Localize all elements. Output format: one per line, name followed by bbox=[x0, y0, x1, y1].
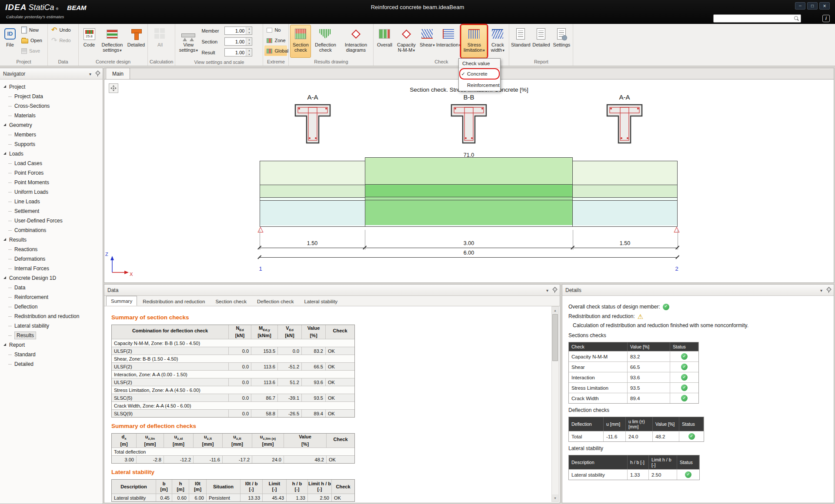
navigator-item[interactable]: Results bbox=[3, 235, 103, 245]
extreme-no-button[interactable]: No bbox=[264, 25, 287, 35]
navigator-item[interactable]: Data bbox=[3, 283, 103, 292]
interaction-check-button[interactable]: Interaction bbox=[436, 25, 461, 58]
scroll-up-icon[interactable] bbox=[552, 307, 558, 314]
minimize-button[interactable] bbox=[795, 2, 805, 10]
spin-down-icon[interactable] bbox=[246, 53, 252, 56]
navigator-item-label: Results bbox=[14, 332, 36, 339]
navigator-item[interactable]: Internal Forces bbox=[3, 264, 103, 273]
view-settings-button[interactable]: View settings bbox=[177, 25, 200, 58]
overall-check-button[interactable]: Overall bbox=[375, 25, 394, 58]
close-button[interactable] bbox=[819, 2, 830, 10]
pin-icon[interactable] bbox=[826, 287, 831, 293]
navigator-item[interactable]: Cross-Sections bbox=[3, 101, 103, 111]
navigator-item[interactable]: Redistribution and reduction bbox=[3, 312, 103, 321]
navigator-item[interactable]: Standard bbox=[3, 350, 103, 359]
calculate-all-button[interactable]: All bbox=[149, 25, 171, 58]
navigator-item[interactable]: Deformations bbox=[3, 254, 103, 264]
navigator-item[interactable]: Supports bbox=[3, 139, 103, 149]
pin-icon[interactable] bbox=[95, 71, 100, 76]
navigator-item[interactable]: Geometry bbox=[3, 120, 103, 130]
menu-item-concrete[interactable]: Concrete bbox=[459, 68, 500, 80]
navigator-item[interactable]: User-Defined Forces bbox=[3, 216, 103, 225]
detailed-button[interactable]: Detailed bbox=[126, 25, 146, 58]
undo-button[interactable]: Undo bbox=[49, 25, 77, 35]
navigator-item[interactable]: Lateral stability bbox=[3, 321, 103, 331]
capacity-check-button[interactable]: Capacity N-M-M bbox=[394, 25, 418, 58]
tree-expander-icon[interactable] bbox=[3, 123, 6, 126]
report-standard-button[interactable]: Standard bbox=[511, 25, 531, 58]
data-scrollbar[interactable] bbox=[551, 306, 559, 502]
search-input[interactable] bbox=[714, 15, 794, 22]
shear-check-button[interactable]: Shear bbox=[418, 25, 436, 58]
extreme-zone-button[interactable]: Zone bbox=[264, 35, 287, 46]
redo-button[interactable]: Redo bbox=[49, 35, 77, 46]
spin-up-icon[interactable] bbox=[246, 27, 252, 31]
navigator-item[interactable]: Loads bbox=[3, 149, 103, 159]
tree-expander-icon[interactable] bbox=[3, 276, 6, 279]
crack-width-button[interactable]: Crack width bbox=[488, 25, 508, 58]
navigator-item[interactable]: Materials bbox=[3, 111, 103, 120]
chevron-down-icon[interactable] bbox=[546, 287, 552, 293]
navigator-item[interactable]: Combinations bbox=[3, 225, 103, 235]
new-button[interactable]: New bbox=[19, 25, 46, 35]
scroll-down-icon[interactable] bbox=[552, 494, 558, 501]
navigator-item[interactable]: Project Data bbox=[3, 92, 103, 101]
member-scale-input[interactable] bbox=[225, 27, 246, 34]
data-tab[interactable]: Redistribution and reduction bbox=[138, 297, 210, 306]
section-scale-input[interactable] bbox=[225, 38, 246, 45]
tree-expander-icon[interactable] bbox=[3, 85, 6, 88]
section-check-button[interactable]: Section check bbox=[290, 25, 311, 58]
deflection-check-button[interactable]: Deflection check bbox=[311, 25, 339, 58]
navigator-item[interactable]: Deflection bbox=[3, 302, 103, 312]
navigator-item[interactable]: Project bbox=[3, 82, 103, 92]
data-tab[interactable]: Deflection check bbox=[252, 297, 298, 306]
navigator-item[interactable]: Settlement bbox=[3, 206, 103, 216]
spin-up-icon[interactable] bbox=[246, 49, 252, 53]
navigator-item[interactable]: Point Forces bbox=[3, 168, 103, 178]
report-settings-button[interactable]: Settings bbox=[551, 25, 571, 58]
stress-limitation-button[interactable]: Stress limitation bbox=[461, 25, 487, 58]
spin-down-icon[interactable] bbox=[246, 31, 252, 35]
tree-expander-icon[interactable] bbox=[3, 238, 6, 241]
data-tab[interactable]: Summary bbox=[106, 296, 137, 306]
navigator-item-label: Cross-Sections bbox=[14, 103, 50, 109]
info-icon[interactable] bbox=[822, 15, 830, 22]
navigator-item[interactable]: Members bbox=[3, 130, 103, 139]
search-icon[interactable] bbox=[794, 16, 799, 21]
navigator-item[interactable]: Line Loads bbox=[3, 197, 103, 206]
navigator-item[interactable]: Reinforcement bbox=[3, 292, 103, 302]
navigator-item[interactable]: Reactions bbox=[3, 245, 103, 254]
tree-expander-icon[interactable] bbox=[3, 152, 6, 155]
spin-up-icon[interactable] bbox=[246, 38, 252, 42]
navigator-item[interactable]: Results bbox=[3, 331, 103, 340]
maximize-button[interactable] bbox=[807, 2, 818, 10]
tree-expander-icon[interactable] bbox=[3, 343, 6, 346]
beam-canvas[interactable]: Section check. Stress limitation. Concre… bbox=[104, 80, 834, 283]
tab-main[interactable]: Main bbox=[106, 68, 130, 79]
extreme-global-button[interactable]: Global bbox=[264, 46, 287, 56]
code-button[interactable]: Code bbox=[80, 25, 98, 58]
open-button[interactable]: Open bbox=[19, 35, 46, 46]
scrollbar-thumb[interactable] bbox=[552, 314, 558, 361]
navigator-item[interactable]: Load Cases bbox=[3, 159, 103, 168]
interaction-diagrams-button[interactable]: Interaction diagrams bbox=[340, 25, 372, 58]
data-tab[interactable]: Lateral stability bbox=[299, 297, 342, 306]
data-tab[interactable]: Section check bbox=[210, 297, 251, 306]
deflection-settings-button[interactable]: Deflection settings bbox=[99, 25, 126, 58]
menu-item-reinforcement[interactable]: Reinforcement bbox=[459, 80, 500, 91]
navigator-item[interactable]: Report bbox=[3, 340, 103, 350]
file-button[interactable]: File bbox=[1, 25, 19, 58]
chevron-down-icon[interactable] bbox=[89, 71, 95, 77]
navigator-item[interactable]: Point Moments bbox=[3, 178, 103, 187]
pin-icon[interactable] bbox=[552, 287, 557, 293]
save-button[interactable]: Save bbox=[19, 46, 46, 56]
navigator-item[interactable]: Detailed bbox=[3, 359, 103, 369]
navigator-item[interactable]: Uniform Loads bbox=[3, 187, 103, 197]
spin-down-icon[interactable] bbox=[246, 42, 252, 46]
table-group-row: Capacity N-M-M, Zone: B-B (1.50 - 4.50) bbox=[112, 339, 354, 347]
navigator-item-label: Load Cases bbox=[14, 160, 42, 166]
report-detailed-button[interactable]: Detailed bbox=[531, 25, 551, 58]
result-scale-input[interactable] bbox=[225, 49, 246, 56]
navigator-item[interactable]: Concrete Design 1D bbox=[3, 273, 103, 283]
chevron-down-icon[interactable] bbox=[820, 287, 826, 293]
